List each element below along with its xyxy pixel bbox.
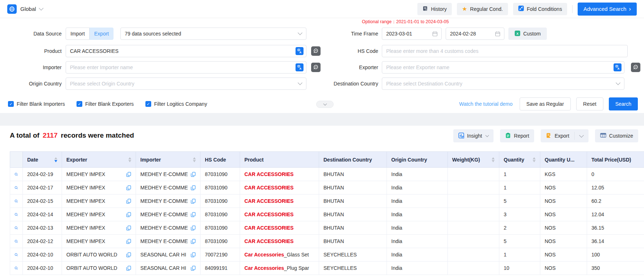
collapse-form-button[interactable] <box>316 101 334 108</box>
results-count: 2117 <box>43 131 58 139</box>
row-detail-magnifier-icon[interactable] <box>15 225 18 231</box>
sort-icon[interactable] <box>128 157 131 162</box>
cell-product: CAR ACCESSORIES <box>240 235 319 248</box>
cell-product: Car Accessories_Glass Set <box>240 248 319 262</box>
report-button[interactable]: Report <box>500 129 534 142</box>
regular-cond-button[interactable]: ★ Regular Cond. <box>457 3 508 15</box>
date-end-input[interactable]: 2024-02-28 <box>446 28 504 40</box>
column-header-quantity[interactable]: Quantity <box>499 152 540 168</box>
cell-weight <box>448 262 499 275</box>
copy-icon[interactable] <box>191 265 196 271</box>
translate-icon[interactable]: A <box>296 63 304 71</box>
advanced-search-button[interactable]: Advanced Search › <box>578 3 637 16</box>
row-detail-magnifier-icon[interactable] <box>15 171 18 178</box>
table-row: 2024-02-15MEDHEY IMPEXMEDHEY E-COMME8703… <box>10 195 644 208</box>
exclude-filter-icon[interactable] <box>311 63 321 72</box>
checkbox-filter-blank-exporters[interactable]: ✓ Filter Blank Exporters <box>77 101 134 107</box>
product-value: CAR ACCESSORIES <box>70 48 119 54</box>
history-label: History <box>431 6 447 12</box>
export-toggle[interactable]: Export <box>90 28 113 40</box>
cell-date: 2024-02-12 <box>23 235 62 248</box>
copy-icon[interactable] <box>126 225 131 231</box>
export-dropdown-button[interactable] <box>575 129 589 142</box>
column-header-exporter[interactable]: Exporter <box>62 152 136 168</box>
fold-conditions-button[interactable]: Fold Conditions <box>513 3 567 15</box>
results-summary-prefix: A total of <box>10 131 40 139</box>
date-start-input[interactable]: 2023-03-01 <box>382 28 442 40</box>
copy-icon[interactable] <box>126 185 131 191</box>
translate-icon[interactable]: A <box>614 63 622 71</box>
row-detail-magnifier-icon[interactable] <box>15 238 18 245</box>
column-header-date[interactable]: Date <box>23 152 62 168</box>
search-button[interactable]: Search <box>609 97 638 110</box>
copy-icon[interactable] <box>126 212 131 217</box>
history-button[interactable]: History <box>417 3 452 15</box>
column-header-weight[interactable]: Weight(KG) <box>448 152 499 168</box>
destination-country-placeholder: Please select Destination Country <box>386 81 462 87</box>
exclude-filter-icon[interactable] <box>631 63 640 72</box>
checkbox-checked-icon[interactable]: ✓ <box>145 101 151 107</box>
copy-icon[interactable] <box>126 239 131 244</box>
sort-icon[interactable] <box>193 157 196 162</box>
copy-icon[interactable] <box>191 172 196 177</box>
results-summary-suffix: records were matched <box>61 131 134 139</box>
sort-icon[interactable] <box>533 157 536 162</box>
custom-range-button[interactable]: X Custom <box>508 28 547 40</box>
fold-icon <box>518 5 524 12</box>
sort-icon[interactable] <box>54 157 57 162</box>
copy-icon[interactable] <box>191 252 196 258</box>
tutorial-demo-link[interactable]: Watch the tutorial demo <box>459 101 512 107</box>
column-header-importer[interactable]: Importer <box>136 152 201 168</box>
checkbox-filter-blank-importers[interactable]: ✓ Filter Blank Importers <box>8 101 65 107</box>
origin-country-select[interactable]: Please select Origin Country <box>66 78 306 90</box>
copy-icon[interactable] <box>126 172 131 177</box>
table-header-row: DateExporterImporterHS CodeProductDestin… <box>10 152 644 168</box>
exclude-filter-icon[interactable] <box>311 46 321 56</box>
copy-icon[interactable] <box>191 198 196 204</box>
hs-code-input[interactable]: Please enter more than 4 customs codes <box>382 45 628 57</box>
data-sources-select[interactable]: 79 data sources selected <box>120 28 306 40</box>
importer-input[interactable]: Please enter Importer name A <box>66 61 306 74</box>
copy-icon[interactable] <box>126 252 131 258</box>
export-button[interactable]: Export <box>541 129 574 142</box>
checkbox-label: Filter Blank Exporters <box>85 101 134 107</box>
copy-icon[interactable] <box>191 225 196 231</box>
destination-country-select[interactable]: Please select Destination Country <box>382 78 624 90</box>
row-detail-magnifier-icon[interactable] <box>15 211 18 218</box>
copy-icon[interactable] <box>126 265 131 271</box>
region-selector[interactable]: Global <box>7 4 43 14</box>
copy-icon[interactable] <box>191 185 196 191</box>
checkbox-filter-logitics-company[interactable]: ✓ Filter Logitics Company <box>145 101 207 107</box>
cell-quantity-unit: NOS <box>540 221 587 235</box>
date-start-value: 2023-03-01 <box>386 31 412 37</box>
exporter-input[interactable]: Please enter Exporter name A <box>382 61 624 74</box>
save-as-regular-button[interactable]: Save as Regular <box>520 97 571 110</box>
insight-label: Insight <box>467 133 482 139</box>
cell-importer: MEDHEY E-COMME <box>136 235 201 248</box>
product-rest: _Plug Spar <box>284 265 309 271</box>
cell-importer: MEDHEY E-COMME <box>136 208 201 221</box>
row-detail-magnifier-icon[interactable] <box>15 265 18 272</box>
sort-icon[interactable] <box>492 157 495 162</box>
translate-icon[interactable]: A <box>296 47 304 55</box>
cell-total-price: 36.15 <box>587 221 644 235</box>
column-label: Exporter <box>66 157 87 163</box>
chevron-down-icon <box>616 80 620 85</box>
insight-button[interactable]: BI Insight <box>453 129 494 142</box>
copy-icon[interactable] <box>126 198 131 204</box>
customize-button[interactable]: Customize <box>595 129 638 142</box>
copy-icon[interactable] <box>191 239 196 244</box>
cell-product: CAR ACCESSORIES <box>240 181 319 195</box>
row-detail-magnifier-icon[interactable] <box>15 184 18 191</box>
row-detail-magnifier-icon[interactable] <box>15 198 18 205</box>
origin-country-label: Origin Country <box>7 78 62 90</box>
report-icon <box>505 133 511 139</box>
checkbox-checked-icon[interactable]: ✓ <box>8 101 14 107</box>
search-form: Optional range：2021-01-01 to 2024-03-05 … <box>0 18 644 113</box>
copy-icon[interactable] <box>191 212 196 217</box>
row-detail-magnifier-icon[interactable] <box>15 251 18 258</box>
reset-button[interactable]: Reset <box>576 97 603 110</box>
product-input[interactable]: CAR ACCESSORIES A <box>66 45 306 57</box>
checkbox-checked-icon[interactable]: ✓ <box>77 101 82 107</box>
import-toggle[interactable]: Import <box>66 28 90 40</box>
